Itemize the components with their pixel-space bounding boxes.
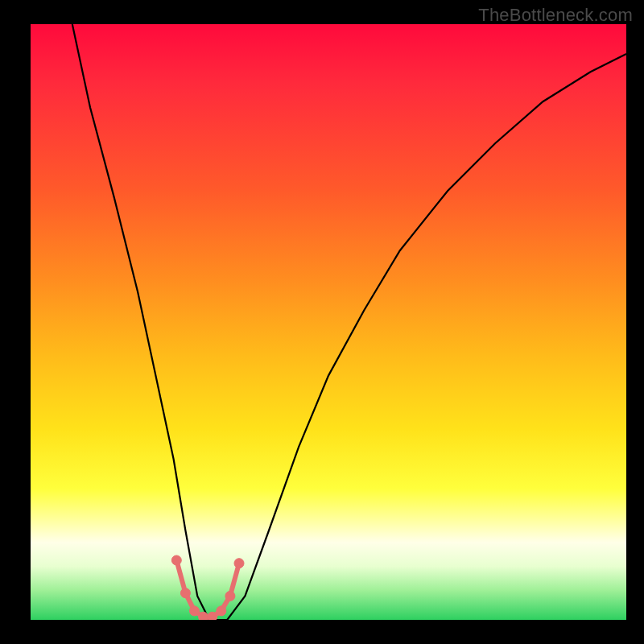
plot-area: [31, 24, 626, 620]
marker-dot: [234, 559, 244, 568]
marker-dot: [190, 606, 200, 616]
marker-dot: [217, 606, 226, 616]
marker-dot: [199, 612, 208, 620]
marker-dot: [180, 588, 190, 598]
bottleneck-curve: [72, 24, 626, 620]
watermark-text: TheBottleneck.com: [478, 5, 633, 26]
marker-dot: [225, 591, 235, 601]
chart-frame: TheBottleneck.com: [0, 0, 644, 644]
chart-svg: [31, 24, 626, 620]
marker-dot: [171, 555, 181, 565]
marker-dot: [208, 612, 217, 620]
